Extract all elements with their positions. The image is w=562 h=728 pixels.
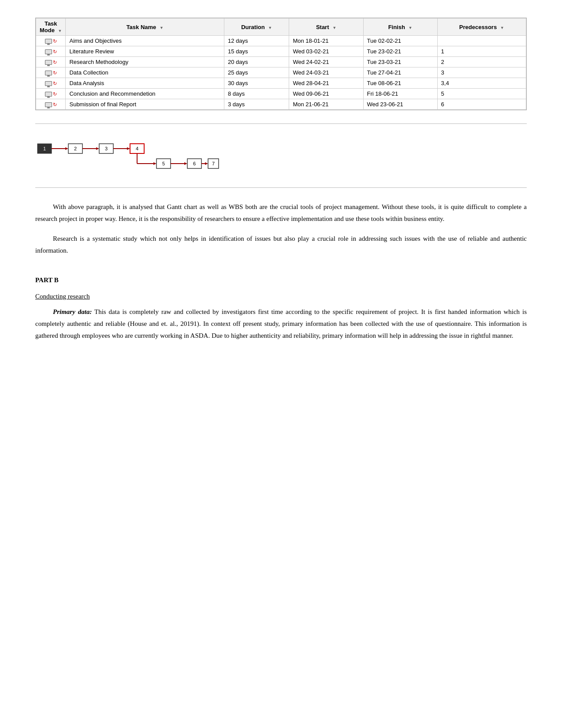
task-arrow-icon: ↻: [53, 49, 57, 54]
finish-cell: Fri 18-06-21: [363, 89, 437, 99]
network-diagram: 1 2 3 4 5 6: [35, 123, 527, 188]
primary-data-text: This data is completely raw and collecte…: [35, 308, 527, 339]
predecessors-cell: 3,4: [437, 78, 526, 89]
predecessors-cell: [437, 36, 526, 46]
duration-cell: 8 days: [224, 89, 289, 99]
duration-cell: 25 days: [224, 67, 289, 78]
svg-text:7: 7: [212, 161, 215, 166]
task-mode-icon: [45, 102, 52, 107]
gantt-table-container: TaskMode ▼ Task Name ▼ Duration ▼ Start …: [35, 18, 527, 110]
task-mode-icon: [45, 71, 52, 75]
task-arrow-icon: ↻: [53, 81, 57, 86]
predecessors-cell: 3: [437, 67, 526, 78]
task-name-cell: Literature Review: [66, 46, 224, 57]
task-mode-icon: [45, 49, 52, 54]
svg-text:6: 6: [193, 161, 196, 166]
start-cell: Wed 24-03-21: [289, 67, 363, 78]
duration-cell: 3 days: [224, 99, 289, 110]
task-arrow-icon: ↻: [53, 70, 57, 75]
svg-text:5: 5: [162, 161, 165, 166]
task-mode-icon-cell: ↻: [36, 67, 66, 78]
conducting-research-subheading: Conducting research: [35, 291, 527, 302]
task-arrow-icon: ↻: [53, 102, 57, 107]
part-b-heading: PART B: [35, 274, 527, 286]
svg-text:2: 2: [74, 146, 77, 151]
start-cell: Wed 09-06-21: [289, 89, 363, 99]
task-name-cell: Conclusion and Recommendetion: [66, 89, 224, 99]
task-mode-icon: [45, 81, 52, 86]
predecessors-cell: 2: [437, 57, 526, 67]
task-name-cell: Data Collection: [66, 67, 224, 78]
task-name-cell: Aims and Objectives: [66, 36, 224, 46]
content-section: With above paragraph, it is analysed tha…: [35, 201, 527, 342]
svg-text:3: 3: [105, 146, 108, 151]
table-row: ↻Research Methodology20 daysWed 24-02-21…: [36, 57, 526, 67]
duration-cell: 30 days: [224, 78, 289, 89]
network-svg: 1 2 3 4 5 6: [35, 128, 220, 181]
arrow-head-2-3: [96, 147, 99, 150]
finish-cell: Tue 27-04-21: [363, 67, 437, 78]
task-mode-icon-cell: ↻: [36, 99, 66, 110]
primary-data-label: Primary data:: [53, 308, 92, 315]
task-arrow-icon: ↻: [53, 91, 57, 97]
start-cell: Wed 24-02-21: [289, 57, 363, 67]
svg-text:4: 4: [136, 146, 138, 151]
duration-cell: 12 days: [224, 36, 289, 46]
col-header-task-name[interactable]: Task Name ▼: [66, 19, 224, 36]
task-name-cell: Data Analysis: [66, 78, 224, 89]
col-header-duration[interactable]: Duration ▼: [224, 19, 289, 36]
table-row: ↻Submission of final Report3 daysMon 21-…: [36, 99, 526, 110]
paragraph-1: With above paragraph, it is analysed tha…: [35, 201, 527, 225]
table-row: ↻Conclusion and Recommendetion8 daysWed …: [36, 89, 526, 99]
col-header-task-mode[interactable]: TaskMode ▼: [36, 19, 66, 36]
gantt-table: TaskMode ▼ Task Name ▼ Duration ▼ Start …: [36, 18, 526, 110]
arrow-head-1-2: [65, 147, 68, 150]
task-name-cell: Submission of final Report: [66, 99, 224, 110]
paragraph-2: Research is a systematic study which not…: [35, 233, 527, 257]
finish-cell: Tue 08-06-21: [363, 78, 437, 89]
arrow-head-4-5: [153, 162, 156, 165]
task-mode-icon: [45, 60, 52, 65]
svg-text:1: 1: [43, 146, 46, 151]
table-row: ↻Aims and Objectives12 daysMon 18-01-21T…: [36, 36, 526, 46]
col-header-predecessors[interactable]: Predecessors ▼: [437, 19, 526, 36]
col-header-finish[interactable]: Finish ▼: [363, 19, 437, 36]
task-mode-icon-cell: ↻: [36, 89, 66, 99]
duration-cell: 20 days: [224, 57, 289, 67]
finish-cell: Tue 02-02-21: [363, 36, 437, 46]
arrow-head-5-6: [184, 162, 187, 165]
start-cell: Mon 21-06-21: [289, 99, 363, 110]
finish-cell: Tue 23-03-21: [363, 57, 437, 67]
predecessors-cell: 5: [437, 89, 526, 99]
task-mode-icon-cell: ↻: [36, 78, 66, 89]
arrow-head-6-7: [205, 162, 208, 165]
start-cell: Wed 28-04-21: [289, 78, 363, 89]
finish-cell: Tue 23-02-21: [363, 46, 437, 57]
table-row: ↻Data Analysis30 daysWed 28-04-21Tue 08-…: [36, 78, 526, 89]
task-mode-icon-cell: ↻: [36, 46, 66, 57]
task-arrow-icon: ↻: [53, 38, 57, 44]
table-row: ↻Literature Review15 daysWed 03-02-21Tue…: [36, 46, 526, 57]
task-name-cell: Research Methodology: [66, 57, 224, 67]
table-row: ↻Data Collection25 daysWed 24-03-21Tue 2…: [36, 67, 526, 78]
predecessors-cell: 6: [437, 99, 526, 110]
task-mode-icon-cell: ↻: [36, 36, 66, 46]
arrow-head-3-4: [127, 147, 130, 150]
primary-data-paragraph: Primary data: This data is completely ra…: [35, 306, 527, 342]
predecessors-cell: 1: [437, 46, 526, 57]
col-header-start[interactable]: Start ▼: [289, 19, 363, 36]
task-mode-icon: [45, 92, 52, 97]
start-cell: Wed 03-02-21: [289, 46, 363, 57]
task-mode-icon-cell: ↻: [36, 57, 66, 67]
task-mode-icon: [45, 39, 52, 44]
finish-cell: Wed 23-06-21: [363, 99, 437, 110]
start-cell: Mon 18-01-21: [289, 36, 363, 46]
duration-cell: 15 days: [224, 46, 289, 57]
task-arrow-icon: ↻: [53, 60, 57, 65]
